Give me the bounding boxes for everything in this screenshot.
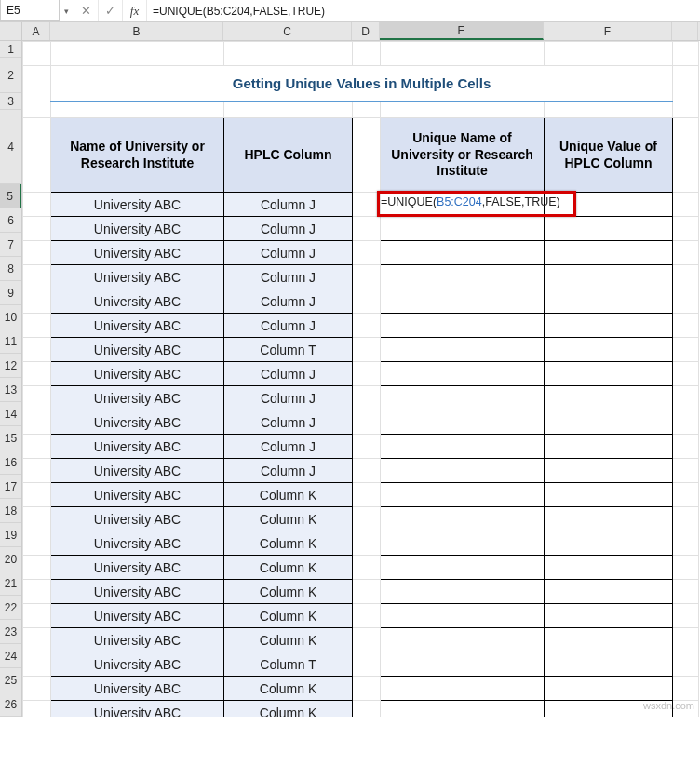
table-cell[interactable]: Column J xyxy=(224,410,353,435)
select-all-corner[interactable] xyxy=(0,22,22,41)
table-cell[interactable] xyxy=(381,217,545,241)
table-cell[interactable] xyxy=(545,410,673,435)
row-header-14[interactable]: 14 xyxy=(0,402,21,426)
table-cell[interactable]: Column J xyxy=(224,435,353,459)
table-cell[interactable] xyxy=(545,677,673,701)
table-cell[interactable]: University ABC xyxy=(51,265,224,289)
table-cell[interactable] xyxy=(545,241,673,265)
table-cell[interactable]: University ABC xyxy=(51,193,224,217)
table-cell[interactable] xyxy=(545,362,673,386)
row-header-8[interactable]: 8 xyxy=(0,257,21,281)
table-cell[interactable] xyxy=(545,435,673,459)
col-header-D[interactable]: D xyxy=(352,22,380,40)
col-header-F[interactable]: F xyxy=(544,22,672,40)
table-cell[interactable]: Column J xyxy=(224,289,353,314)
table-cell[interactable]: Column J xyxy=(224,362,353,386)
name-box[interactable]: E5 xyxy=(0,0,60,21)
fx-icon[interactable]: fx xyxy=(123,0,147,21)
table-cell[interactable]: Column K xyxy=(224,628,353,652)
table-cell[interactable] xyxy=(545,314,673,338)
table-cell[interactable]: University ABC xyxy=(51,338,224,362)
table-cell[interactable] xyxy=(545,580,673,604)
table-cell[interactable] xyxy=(381,677,545,701)
enter-icon[interactable]: ✓ xyxy=(99,0,123,21)
table-cell[interactable] xyxy=(381,265,545,289)
table-cell[interactable]: Column K xyxy=(224,531,353,556)
row-header-11[interactable]: 11 xyxy=(0,329,21,354)
row-header-4[interactable]: 4 xyxy=(0,110,21,184)
row-header-23[interactable]: 23 xyxy=(0,620,21,644)
table-cell[interactable] xyxy=(381,507,545,531)
row-header-9[interactable]: 9 xyxy=(0,281,21,305)
table-cell[interactable] xyxy=(545,265,673,289)
table-cell[interactable]: Column K xyxy=(224,580,353,604)
table-cell[interactable] xyxy=(545,289,673,314)
row-header-21[interactable]: 21 xyxy=(0,571,21,596)
table-cell[interactable] xyxy=(545,386,673,410)
table-cell[interactable] xyxy=(381,531,545,556)
grid-body[interactable]: Getting Unique Values in Multiple Cells … xyxy=(22,41,700,717)
table-cell[interactable] xyxy=(381,314,545,338)
table-cell[interactable] xyxy=(381,410,545,435)
row-header-25[interactable]: 25 xyxy=(0,668,21,692)
col-header-G[interactable] xyxy=(672,22,698,40)
table-cell[interactable]: Column J xyxy=(224,314,353,338)
table-cell[interactable]: Column K xyxy=(224,701,353,718)
table-cell[interactable]: Column T xyxy=(224,652,353,677)
table-cell[interactable]: Column K xyxy=(224,483,353,507)
table-cell[interactable] xyxy=(381,580,545,604)
name-box-dropdown[interactable]: ▾ xyxy=(60,0,74,21)
formula-bar-input[interactable]: =UNIQUE(B5:C204,FALSE,TRUE) xyxy=(147,0,700,21)
table-cell[interactable]: University ABC xyxy=(51,289,224,314)
row-header-5[interactable]: 5 xyxy=(0,184,21,208)
row-header-26[interactable]: 26 xyxy=(0,692,21,717)
table-cell[interactable] xyxy=(545,217,673,241)
table-cell[interactable]: University ABC xyxy=(51,652,224,677)
table-cell[interactable]: University ABC xyxy=(51,531,224,556)
table-cell[interactable] xyxy=(545,193,673,217)
table-cell[interactable] xyxy=(545,507,673,531)
table-cell[interactable]: Column J xyxy=(224,241,353,265)
row-header-6[interactable]: 6 xyxy=(0,208,21,233)
cancel-icon[interactable]: ✕ xyxy=(74,0,99,21)
row-header-1[interactable]: 1 xyxy=(0,41,21,58)
col-header-C[interactable]: C xyxy=(223,22,352,40)
table-cell[interactable]: Column J xyxy=(224,193,353,217)
row-header-7[interactable]: 7 xyxy=(0,233,21,257)
table-cell[interactable] xyxy=(381,652,545,677)
table-cell[interactable]: University ABC xyxy=(51,217,224,241)
active-cell-E5[interactable]: =UNIQUE(B5:C204,FALSE,TRUE) xyxy=(381,193,545,217)
table-cell[interactable]: Column J xyxy=(224,459,353,483)
table-cell[interactable]: Column K xyxy=(224,556,353,580)
table-cell[interactable] xyxy=(381,483,545,507)
table-cell[interactable] xyxy=(545,604,673,628)
table-cell[interactable] xyxy=(545,338,673,362)
table-cell[interactable] xyxy=(545,628,673,652)
table-cell[interactable]: Column J xyxy=(224,386,353,410)
table-cell[interactable] xyxy=(381,338,545,362)
row-header-15[interactable]: 15 xyxy=(0,426,21,450)
col-header-B[interactable]: B xyxy=(50,22,223,40)
row-header-20[interactable]: 20 xyxy=(0,547,21,571)
table-cell[interactable]: University ABC xyxy=(51,362,224,386)
table-cell[interactable]: University ABC xyxy=(51,410,224,435)
table-cell[interactable]: University ABC xyxy=(51,314,224,338)
table-cell[interactable]: University ABC xyxy=(51,628,224,652)
table-cell[interactable] xyxy=(545,531,673,556)
table-cell[interactable] xyxy=(381,604,545,628)
table-cell[interactable] xyxy=(545,483,673,507)
table-cell[interactable] xyxy=(381,362,545,386)
row-header-22[interactable]: 22 xyxy=(0,596,21,620)
table-cell[interactable]: University ABC xyxy=(51,435,224,459)
col-header-E[interactable]: E xyxy=(380,22,544,40)
row-header-3[interactable]: 3 xyxy=(0,93,21,110)
table-cell[interactable]: University ABC xyxy=(51,701,224,718)
table-cell[interactable] xyxy=(381,241,545,265)
table-cell[interactable]: Column J xyxy=(224,217,353,241)
table-cell[interactable]: University ABC xyxy=(51,459,224,483)
table-cell[interactable]: Column J xyxy=(224,265,353,289)
table-cell[interactable]: Column T xyxy=(224,338,353,362)
table-cell[interactable]: University ABC xyxy=(51,604,224,628)
row-header-2[interactable]: 2 xyxy=(0,58,21,93)
table-cell[interactable] xyxy=(381,701,545,718)
